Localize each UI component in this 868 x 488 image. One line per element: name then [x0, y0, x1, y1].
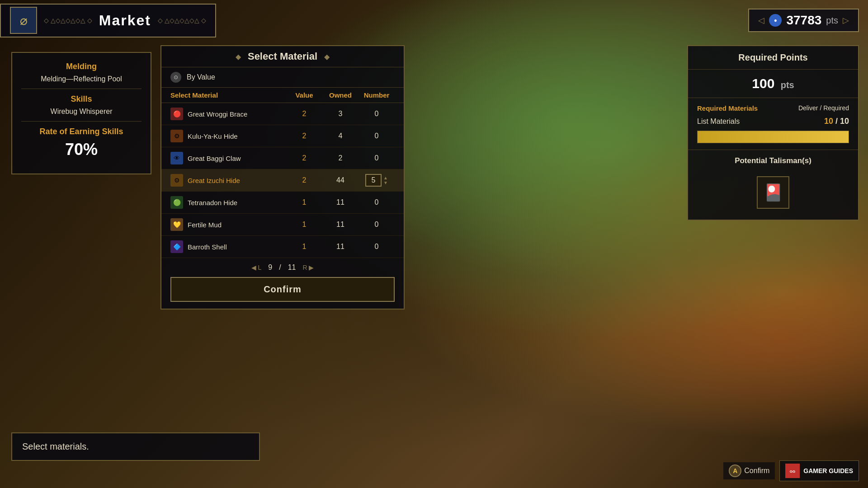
item-number-0: 0: [359, 110, 395, 118]
item-cell-5: 💛 Fertile Mud: [170, 218, 286, 231]
item-owned-4: 11: [322, 198, 359, 206]
rate-label: Rate of Earning Skills: [21, 127, 142, 136]
a-button-icon[interactable]: A: [729, 465, 741, 477]
confirm-hint-text: Confirm: [744, 467, 769, 475]
item-cell-3: ⚙ Great Izuchi Hide: [170, 174, 286, 187]
item-cell-6: 🔷 Barroth Shell: [170, 240, 286, 253]
bottom-text-box: Select materials.: [11, 432, 260, 461]
required-pts-value: 100: [752, 76, 774, 91]
item-icon-2: 👁: [170, 152, 183, 164]
item-owned-6: 11: [322, 243, 359, 251]
item-number-2: 0: [359, 154, 395, 162]
col-number-header: Number: [359, 91, 395, 99]
item-name-1: Kulu-Ya-Ku Hide: [188, 132, 238, 140]
required-materials-col-label: Required Materials: [697, 104, 798, 112]
rate-value: 70%: [21, 140, 142, 159]
left-panel: Melding Melding—Reflecting Pool Skills W…: [11, 52, 151, 174]
item-value-4: 1: [286, 198, 322, 206]
pts-arrow-left-icon[interactable]: ◁: [758, 15, 764, 25]
item-icon-5: 💛: [170, 218, 183, 231]
item-name-5: Fertile Mud: [188, 221, 222, 229]
table-row[interactable]: 👁 Great Baggi Claw 2 2 0: [161, 147, 404, 169]
item-name-0: Great Wroggi Brace: [188, 110, 247, 118]
pts-display: ◁ ● 37783 pts ▷: [748, 9, 859, 32]
table-row[interactable]: 💛 Fertile Mud 1 11 0: [161, 214, 404, 236]
item-value-6: 1: [286, 243, 322, 251]
top-bar: ⌀ ◇ △◇△◇△◇△ ◇ Market ◇ △◇△◇△◇△ ◇ ◁ ● 377…: [0, 0, 868, 41]
number-box-3[interactable]: 5: [365, 174, 382, 187]
item-value-5: 1: [286, 221, 322, 229]
item-icon-6: 🔷: [170, 240, 183, 253]
arrow-down-icon[interactable]: ▼: [383, 181, 388, 185]
required-header: Required Materials Deliver / Required: [697, 104, 849, 112]
deliver-required-col-label: Deliver / Required: [798, 104, 849, 112]
melding-section: Melding Melding—Reflecting Pool: [21, 62, 142, 83]
item-icon-4: 🟢: [170, 196, 183, 209]
item-cell-2: 👁 Great Baggi Claw: [170, 152, 286, 164]
table-row[interactable]: 🟢 Tetranadon Hide 1 11 0: [161, 192, 404, 214]
item-owned-1: 4: [322, 132, 359, 140]
center-panel-title-bar: ◆ Select Material ◆: [161, 46, 404, 67]
bottom-right-hint: A Confirm GG GAMER GUIDES: [723, 460, 859, 481]
item-name-2: Great Baggi Claw: [188, 155, 241, 162]
col-owned-header: Owned: [322, 91, 359, 99]
skills-value: Wirebug Whisperer: [21, 108, 142, 116]
table-row[interactable]: ⚙ Great Izuchi Hide 2 44 5 ▲ ▼: [161, 169, 404, 192]
filter-row[interactable]: ⊙ By Value: [161, 67, 404, 88]
required-pts-unit: pts: [781, 80, 794, 90]
divider-1: [21, 89, 142, 89]
list-required: 10: [840, 117, 849, 126]
item-value-2: 2: [286, 154, 322, 162]
center-panel-title: Select Material: [248, 51, 317, 62]
list-delivered: 10: [824, 117, 833, 126]
item-number-6: 0: [359, 243, 395, 251]
required-section: Required Materials Deliver / Required Li…: [688, 98, 858, 150]
item-number-5: 0: [359, 221, 395, 229]
market-title-area: ⌀ ◇ △◇△◇△◇△ ◇ Market ◇ △◇△◇△◇△ ◇: [0, 4, 216, 38]
page-right-icon[interactable]: R ▶: [302, 264, 314, 271]
item-icon-1: ⚙: [170, 130, 183, 142]
list-materials-label: List Materials: [697, 117, 824, 126]
talisman-preview: 🎴: [697, 172, 849, 213]
center-panel: ◆ Select Material ◆ ⊙ By Value Select Ma…: [160, 45, 405, 310]
item-number-1: 0: [359, 132, 395, 140]
talisman-title: Potential Talisman(s): [697, 156, 849, 165]
total-pages: 11: [288, 263, 296, 272]
item-number-4: 0: [359, 198, 395, 206]
item-icon-0: 🔴: [170, 108, 183, 120]
item-owned-3: 44: [322, 176, 359, 184]
market-title: Market: [99, 12, 151, 29]
table-row[interactable]: 🔴 Great Wroggi Brace 2 3 0: [161, 103, 404, 125]
list-materials-value: 10 / 10: [824, 117, 849, 126]
pagination-row: ◀ L 9 / 11 R ▶: [161, 258, 404, 277]
req-separator: /: [835, 117, 840, 126]
number-input-3[interactable]: 5 ▲ ▼: [359, 174, 395, 187]
item-owned-5: 11: [322, 221, 359, 229]
item-owned-2: 2: [322, 154, 359, 162]
item-cell-4: 🟢 Tetranadon Hide: [170, 196, 286, 209]
arrow-up-icon[interactable]: ▲: [383, 176, 388, 180]
item-name-4: Tetranadon Hide: [188, 199, 237, 206]
item-cell-0: 🔴 Great Wroggi Brace: [170, 108, 286, 120]
bottom-message: Select materials.: [22, 441, 89, 451]
skills-label: Skills: [21, 94, 142, 104]
skills-section: Skills Wirebug Whisperer: [21, 94, 142, 116]
progress-bar-container: [697, 131, 849, 143]
pts-value: 37783: [786, 13, 821, 28]
gamer-guides-logo: GG GAMER GUIDES: [779, 460, 859, 481]
page-left-icon[interactable]: ◀ L: [251, 264, 262, 271]
svg-text:GG: GG: [790, 469, 795, 474]
market-icon: ⌀: [10, 7, 37, 34]
table-row[interactable]: 🔷 Barroth Shell 1 11 0: [161, 236, 404, 258]
progress-bar-fill: [698, 131, 849, 143]
title-diamond-right-icon: ◆: [324, 52, 330, 61]
divider-2: [21, 121, 142, 122]
filter-icon[interactable]: ⊙: [170, 72, 181, 83]
page-separator: /: [279, 263, 281, 272]
pts-arrow-right-icon[interactable]: ▷: [843, 15, 849, 25]
rate-section: Rate of Earning Skills 70%: [21, 127, 142, 159]
right-panel-title: Required Points: [688, 46, 858, 70]
confirm-button[interactable]: Confirm: [170, 277, 395, 302]
table-row[interactable]: ⚙ Kulu-Ya-Ku Hide 2 4 0: [161, 125, 404, 147]
pts-icon: ●: [769, 14, 782, 27]
